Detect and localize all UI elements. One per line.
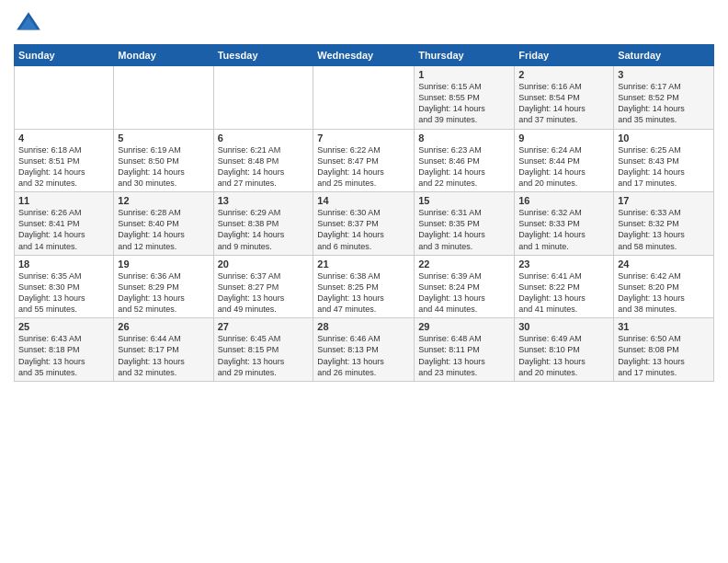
day-info: Sunrise: 6:28 AM Sunset: 8:40 PM Dayligh… — [118, 207, 209, 252]
day-info: Sunrise: 6:18 AM Sunset: 8:51 PM Dayligh… — [18, 144, 109, 190]
calendar-cell: 22Sunrise: 6:39 AM Sunset: 8:24 PM Dayli… — [415, 255, 515, 318]
day-number: 29 — [418, 321, 510, 332]
calendar-header-thursday: Thursday — [415, 45, 515, 66]
day-info: Sunrise: 6:37 AM Sunset: 8:27 PM Dayligh… — [218, 270, 310, 316]
day-number: 4 — [18, 132, 109, 144]
day-number: 31 — [618, 321, 710, 332]
calendar-header-wednesday: Wednesday — [313, 45, 415, 66]
calendar-cell: 17Sunrise: 6:33 AM Sunset: 8:32 PM Dayli… — [614, 192, 714, 256]
calendar-cell: 2Sunrise: 6:16 AM Sunset: 8:54 PM Daylig… — [515, 66, 614, 130]
calendar-cell: 5Sunrise: 6:19 AM Sunset: 8:50 PM Daylig… — [114, 129, 213, 192]
calendar-header-tuesday: Tuesday — [213, 45, 313, 66]
day-info: Sunrise: 6:46 AM Sunset: 8:13 PM Dayligh… — [317, 333, 410, 378]
calendar-cell: 21Sunrise: 6:38 AM Sunset: 8:25 PM Dayli… — [313, 255, 415, 318]
calendar-cell: 18Sunrise: 6:35 AM Sunset: 8:30 PM Dayli… — [15, 255, 114, 318]
day-info: Sunrise: 6:19 AM Sunset: 8:50 PM Dayligh… — [118, 144, 209, 190]
day-number: 25 — [18, 321, 109, 332]
day-info: Sunrise: 6:22 AM Sunset: 8:47 PM Dayligh… — [317, 144, 410, 190]
day-info: Sunrise: 6:15 AM Sunset: 8:55 PM Dayligh… — [418, 81, 510, 126]
day-number: 30 — [518, 321, 609, 332]
day-number: 27 — [218, 321, 310, 332]
calendar-week-1: 1Sunrise: 6:15 AM Sunset: 8:55 PM Daylig… — [15, 66, 714, 130]
calendar-cell: 13Sunrise: 6:29 AM Sunset: 8:38 PM Dayli… — [213, 192, 313, 256]
calendar-cell: 25Sunrise: 6:43 AM Sunset: 8:18 PM Dayli… — [15, 318, 114, 382]
logo-icon — [14, 9, 43, 39]
day-info: Sunrise: 6:26 AM Sunset: 8:41 PM Dayligh… — [18, 207, 109, 252]
calendar-cell: 14Sunrise: 6:30 AM Sunset: 8:37 PM Dayli… — [313, 192, 415, 256]
calendar-cell: 27Sunrise: 6:45 AM Sunset: 8:15 PM Dayli… — [213, 318, 313, 382]
calendar-header-saturday: Saturday — [614, 45, 714, 66]
calendar-cell: 9Sunrise: 6:24 AM Sunset: 8:44 PM Daylig… — [515, 129, 614, 192]
day-info: Sunrise: 6:23 AM Sunset: 8:46 PM Dayligh… — [418, 144, 510, 190]
calendar-header-friday: Friday — [515, 45, 614, 66]
calendar-cell: 20Sunrise: 6:37 AM Sunset: 8:27 PM Dayli… — [213, 255, 313, 318]
calendar-cell: 23Sunrise: 6:41 AM Sunset: 8:22 PM Dayli… — [515, 255, 614, 318]
day-info: Sunrise: 6:50 AM Sunset: 8:08 PM Dayligh… — [618, 333, 710, 378]
day-number: 3 — [618, 69, 710, 80]
calendar-cell: 26Sunrise: 6:44 AM Sunset: 8:17 PM Dayli… — [114, 318, 213, 382]
calendar-cell — [213, 66, 313, 130]
calendar-cell: 8Sunrise: 6:23 AM Sunset: 8:46 PM Daylig… — [415, 129, 515, 192]
day-number: 13 — [218, 195, 310, 206]
day-number: 19 — [118, 259, 209, 270]
day-number: 8 — [418, 132, 510, 144]
day-info: Sunrise: 6:38 AM Sunset: 8:25 PM Dayligh… — [317, 270, 410, 316]
day-number: 12 — [118, 195, 209, 206]
calendar-header-sunday: Sunday — [15, 45, 114, 66]
day-info: Sunrise: 6:44 AM Sunset: 8:17 PM Dayligh… — [118, 333, 209, 378]
day-info: Sunrise: 6:16 AM Sunset: 8:54 PM Dayligh… — [518, 81, 609, 126]
day-number: 6 — [218, 132, 310, 144]
calendar-week-2: 4Sunrise: 6:18 AM Sunset: 8:51 PM Daylig… — [15, 129, 714, 192]
day-info: Sunrise: 6:43 AM Sunset: 8:18 PM Dayligh… — [18, 333, 109, 378]
day-info: Sunrise: 6:42 AM Sunset: 8:20 PM Dayligh… — [618, 270, 710, 316]
day-info: Sunrise: 6:39 AM Sunset: 8:24 PM Dayligh… — [418, 270, 510, 316]
day-info: Sunrise: 6:31 AM Sunset: 8:35 PM Dayligh… — [418, 207, 510, 252]
calendar-week-3: 11Sunrise: 6:26 AM Sunset: 8:41 PM Dayli… — [15, 192, 714, 256]
day-number: 17 — [618, 195, 710, 206]
calendar-cell: 4Sunrise: 6:18 AM Sunset: 8:51 PM Daylig… — [15, 129, 114, 192]
calendar-header-monday: Monday — [114, 45, 213, 66]
calendar-cell: 29Sunrise: 6:48 AM Sunset: 8:11 PM Dayli… — [415, 318, 515, 382]
day-number: 22 — [418, 259, 510, 270]
day-number: 15 — [418, 195, 510, 206]
day-info: Sunrise: 6:25 AM Sunset: 8:43 PM Dayligh… — [618, 144, 710, 190]
calendar-cell: 28Sunrise: 6:46 AM Sunset: 8:13 PM Dayli… — [313, 318, 415, 382]
calendar-cell: 6Sunrise: 6:21 AM Sunset: 8:48 PM Daylig… — [213, 129, 313, 192]
day-number: 5 — [118, 132, 209, 144]
calendar-cell: 12Sunrise: 6:28 AM Sunset: 8:40 PM Dayli… — [114, 192, 213, 256]
day-number: 10 — [618, 132, 710, 144]
calendar-header-row: SundayMondayTuesdayWednesdayThursdayFrid… — [15, 45, 714, 66]
day-info: Sunrise: 6:45 AM Sunset: 8:15 PM Dayligh… — [218, 333, 310, 378]
day-number: 2 — [518, 69, 609, 80]
calendar-cell: 16Sunrise: 6:32 AM Sunset: 8:33 PM Dayli… — [515, 192, 614, 256]
day-info: Sunrise: 6:48 AM Sunset: 8:11 PM Dayligh… — [418, 333, 510, 378]
calendar-cell: 24Sunrise: 6:42 AM Sunset: 8:20 PM Dayli… — [614, 255, 714, 318]
day-number: 18 — [18, 259, 109, 270]
calendar-cell: 15Sunrise: 6:31 AM Sunset: 8:35 PM Dayli… — [415, 192, 515, 256]
day-info: Sunrise: 6:32 AM Sunset: 8:33 PM Dayligh… — [518, 207, 609, 252]
day-info: Sunrise: 6:17 AM Sunset: 8:52 PM Dayligh… — [618, 81, 710, 126]
day-info: Sunrise: 6:21 AM Sunset: 8:48 PM Dayligh… — [218, 144, 310, 190]
day-info: Sunrise: 6:29 AM Sunset: 8:38 PM Dayligh… — [218, 207, 310, 252]
calendar-cell: 1Sunrise: 6:15 AM Sunset: 8:55 PM Daylig… — [415, 66, 515, 130]
day-info: Sunrise: 6:36 AM Sunset: 8:29 PM Dayligh… — [118, 270, 209, 316]
day-info: Sunrise: 6:33 AM Sunset: 8:32 PM Dayligh… — [618, 207, 710, 252]
logo — [14, 9, 47, 39]
calendar-cell: 19Sunrise: 6:36 AM Sunset: 8:29 PM Dayli… — [114, 255, 213, 318]
calendar-week-5: 25Sunrise: 6:43 AM Sunset: 8:18 PM Dayli… — [15, 318, 714, 382]
calendar-cell — [313, 66, 415, 130]
calendar-cell: 11Sunrise: 6:26 AM Sunset: 8:41 PM Dayli… — [15, 192, 114, 256]
calendar-week-4: 18Sunrise: 6:35 AM Sunset: 8:30 PM Dayli… — [15, 255, 714, 318]
calendar-cell — [114, 66, 213, 130]
day-number: 7 — [317, 132, 410, 144]
day-number: 24 — [618, 259, 710, 270]
calendar-cell — [15, 66, 114, 130]
calendar-cell: 10Sunrise: 6:25 AM Sunset: 8:43 PM Dayli… — [614, 129, 714, 192]
page: SundayMondayTuesdayWednesdayThursdayFrid… — [0, 0, 728, 563]
day-number: 28 — [317, 321, 410, 332]
day-info: Sunrise: 6:30 AM Sunset: 8:37 PM Dayligh… — [317, 207, 410, 252]
day-number: 16 — [518, 195, 609, 206]
day-number: 20 — [218, 259, 310, 270]
calendar-cell: 30Sunrise: 6:49 AM Sunset: 8:10 PM Dayli… — [515, 318, 614, 382]
calendar-cell: 7Sunrise: 6:22 AM Sunset: 8:47 PM Daylig… — [313, 129, 415, 192]
